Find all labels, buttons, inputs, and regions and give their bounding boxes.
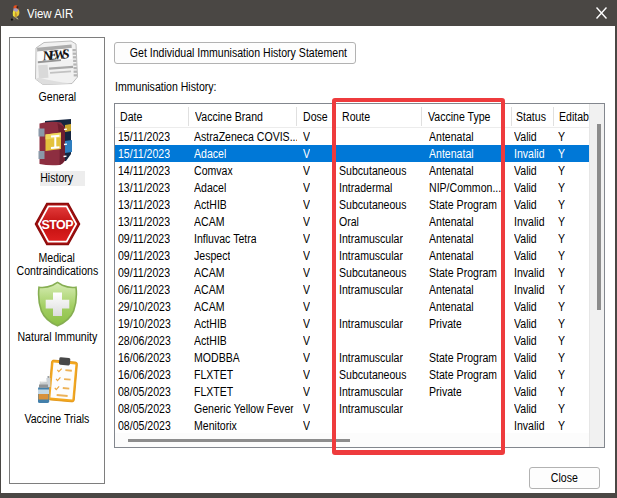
svg-text:STOP: STOP <box>42 218 74 232</box>
